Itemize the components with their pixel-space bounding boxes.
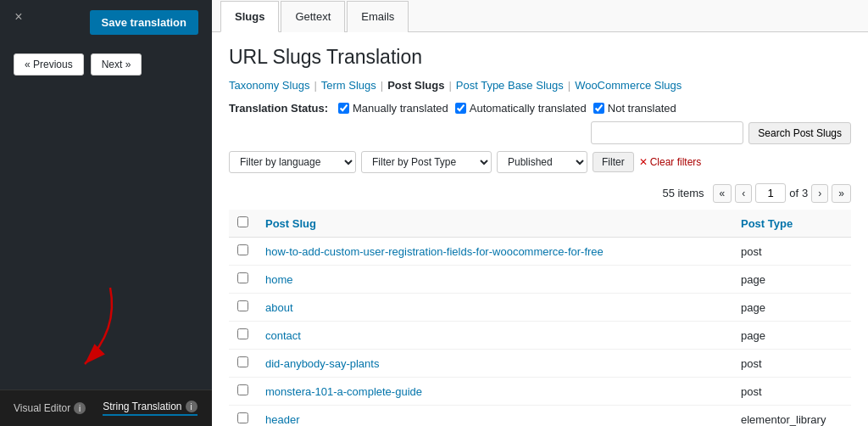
tabs-bar: Slugs Gettext Emails — [212, 0, 868, 32]
visual-editor-item[interactable]: Visual Editor i — [14, 402, 86, 414]
slug-link-1[interactable]: home — [265, 273, 293, 286]
not-translated-checkbox-group[interactable]: Not translated — [593, 102, 676, 115]
row-checkbox-2[interactable] — [237, 300, 248, 311]
page-title: URL Slugs Translation — [229, 46, 851, 69]
prev-page-button[interactable]: ‹ — [735, 184, 752, 203]
slug-link-3[interactable]: contact — [265, 329, 301, 342]
close-icon: × — [14, 9, 22, 25]
row-checkbox-5[interactable] — [237, 384, 248, 395]
row-checkbox-cell — [229, 238, 257, 266]
row-checkbox-cell — [229, 378, 257, 406]
sidebar-top: × Save translation — [0, 0, 212, 45]
row-slug-cell: did-anybody-say-plants — [257, 350, 732, 378]
auto-translated-checkbox-group[interactable]: Automatically translated — [455, 102, 587, 115]
row-type-cell: page — [732, 266, 851, 294]
items-count: 55 items — [662, 187, 704, 199]
row-type-cell: post — [732, 238, 851, 266]
slug-link-0[interactable]: how-to-add-custom-user-registration-fiel… — [265, 245, 604, 258]
clear-filters-label: Clear filters — [650, 156, 702, 168]
row-checkbox-cell — [229, 322, 257, 350]
main-panel: Slugs Gettext Emails URL Slugs Translati… — [212, 0, 868, 426]
select-all-checkbox[interactable] — [237, 216, 248, 227]
sidebar: × Save translation « Previous Next » Vis… — [0, 0, 212, 426]
slug-link-4[interactable]: did-anybody-say-plants — [265, 357, 379, 370]
sep4: | — [568, 79, 570, 92]
auto-translated-checkbox[interactable] — [455, 103, 466, 114]
row-slug-cell: monstera-101-a-complete-guide — [257, 378, 732, 406]
manually-translated-label: Manually translated — [353, 102, 448, 115]
first-page-button[interactable]: « — [713, 184, 732, 203]
string-translation-info-icon: i — [186, 401, 198, 412]
row-type-cell: post — [732, 378, 851, 406]
row-checkbox-6[interactable] — [237, 412, 248, 423]
col-header-type: Post Type — [732, 210, 851, 238]
woocommerce-slugs-link[interactable]: WooCommerce Slugs — [575, 79, 682, 92]
row-slug-cell: header — [257, 406, 732, 427]
row-checkbox-cell — [229, 350, 257, 378]
clear-filters-link[interactable]: ✕ Clear filters — [639, 156, 702, 168]
sep1: | — [314, 79, 316, 92]
last-page-button[interactable]: » — [832, 184, 851, 203]
table-header-row: Post Slug Post Type — [229, 210, 851, 238]
tab-emails[interactable]: Emails — [347, 1, 409, 32]
term-slugs-link[interactable]: Term Slugs — [321, 79, 376, 92]
next-page-button[interactable]: › — [811, 184, 828, 203]
save-translation-button[interactable]: Save translation — [90, 10, 198, 35]
row-type-cell: page — [732, 294, 851, 322]
clear-x-icon: ✕ — [639, 156, 648, 168]
not-translated-label: Not translated — [608, 102, 676, 115]
row-type-cell: post — [732, 350, 851, 378]
row-slug-cell: about — [257, 294, 732, 322]
status-filter-select[interactable]: Published — [497, 151, 587, 173]
table-row: contact page — [229, 322, 851, 350]
taxonomy-slugs-link[interactable]: Taxonomy Slugs — [229, 79, 309, 92]
page-of-label: of — [789, 187, 798, 199]
slug-link-2[interactable]: about — [265, 301, 293, 314]
visual-editor-label: Visual Editor — [14, 402, 70, 414]
translation-status-label: Translation Status: — [229, 102, 328, 115]
row-checkbox-cell — [229, 294, 257, 322]
slug-link-6[interactable]: header — [265, 413, 299, 426]
previous-button[interactable]: « Previous — [14, 53, 84, 76]
auto-translated-label: Automatically translated — [470, 102, 587, 115]
tab-slugs[interactable]: Slugs — [220, 1, 279, 32]
slug-link-5[interactable]: monstera-101-a-complete-guide — [265, 385, 422, 398]
slugs-table: Post Slug Post Type how-to-add-custom-us… — [229, 210, 851, 426]
string-translation-item[interactable]: String Translation i — [103, 401, 197, 416]
language-filter-select[interactable]: Filter by language — [229, 151, 356, 173]
current-page-input[interactable] — [755, 183, 786, 203]
visual-editor-info-icon: i — [74, 402, 86, 414]
close-button[interactable]: × — [10, 8, 27, 25]
search-area: Search Post Slugs — [229, 121, 851, 144]
sep2: | — [381, 79, 383, 92]
search-input[interactable] — [591, 121, 743, 144]
table-row: home page — [229, 266, 851, 294]
post-type-filter-select[interactable]: Filter by Post Type — [361, 151, 492, 173]
table-row: monstera-101-a-complete-guide post — [229, 378, 851, 406]
total-pages: 3 — [802, 187, 808, 199]
post-type-base-slugs-link[interactable]: Post Type Base Slugs — [456, 79, 564, 92]
table-row: did-anybody-say-plants post — [229, 350, 851, 378]
sidebar-bottom: Visual Editor i String Translation i — [0, 390, 212, 426]
tab-gettext[interactable]: Gettext — [281, 1, 345, 32]
manually-translated-checkbox[interactable] — [338, 103, 349, 114]
row-checkbox-3[interactable] — [237, 328, 248, 339]
next-button[interactable]: Next » — [91, 53, 142, 76]
post-slugs-link[interactable]: Post Slugs — [387, 79, 444, 92]
main-content: URL Slugs Translation Taxonomy Slugs | T… — [212, 32, 868, 426]
table-row: how-to-add-custom-user-registration-fiel… — [229, 238, 851, 266]
table-row: header elementor_library — [229, 406, 851, 427]
sidebar-content — [0, 84, 212, 390]
row-checkbox-1[interactable] — [237, 272, 248, 283]
row-type-cell: page — [732, 322, 851, 350]
row-slug-cell: contact — [257, 322, 732, 350]
not-translated-checkbox[interactable] — [593, 103, 604, 114]
col-header-slug[interactable]: Post Slug — [257, 210, 732, 238]
manually-translated-checkbox-group[interactable]: Manually translated — [338, 102, 448, 115]
row-checkbox-cell — [229, 406, 257, 427]
row-checkbox-4[interactable] — [237, 356, 248, 367]
search-post-slugs-button[interactable]: Search Post Slugs — [748, 122, 851, 144]
sep3: | — [448, 79, 451, 92]
row-checkbox-0[interactable] — [237, 244, 248, 255]
filter-button[interactable]: Filter — [593, 152, 634, 172]
